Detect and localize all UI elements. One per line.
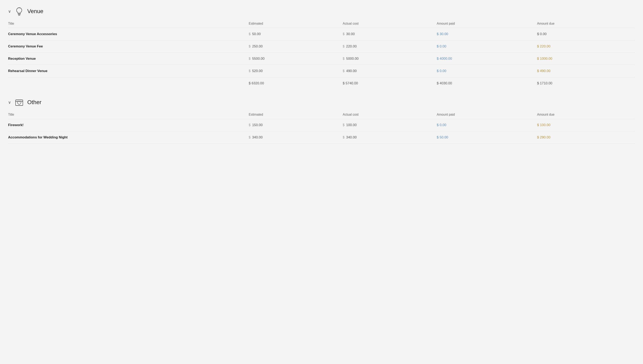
- dollar-sign-icon: $: [249, 32, 251, 36]
- table-row: Reception Venue $ 5500.00 $ 5000.00 $ 40…: [8, 53, 635, 65]
- dollar-sign-icon: $: [249, 123, 251, 127]
- other-col-title: Title: [8, 111, 246, 119]
- row-due: $ 290.00: [535, 131, 635, 144]
- venue-col-estimated: Estimated: [246, 20, 340, 28]
- dollar-sign-icon: $: [249, 57, 251, 60]
- dollar-sign-icon: $: [343, 123, 345, 127]
- dollar-sign-icon: $: [343, 32, 345, 36]
- other-section-header: ∨ Other: [8, 98, 635, 107]
- actual-value: 30.00: [346, 32, 355, 36]
- venue-col-due: Amount due: [535, 20, 635, 28]
- row-estimated: $ 250.00: [246, 40, 340, 53]
- other-col-estimated: Estimated: [246, 111, 340, 119]
- venue-col-paid: Amount paid: [434, 20, 534, 28]
- row-paid: $ 0.00: [434, 65, 534, 77]
- row-actual: $ 5000.00: [340, 53, 434, 65]
- table-row: Rehearsal Dinner Venue $ 520.00 $ 490.00…: [8, 65, 635, 77]
- paid-value: $ 0.00: [437, 69, 446, 73]
- venue-total-actual: $ 5740.00: [340, 77, 434, 90]
- row-due: $ 100.00: [535, 119, 635, 131]
- paid-value: $ 0.00: [437, 44, 446, 48]
- row-paid: $ 0.00: [434, 40, 534, 53]
- row-estimated: $ 5500.00: [246, 53, 340, 65]
- due-value: $ 290.00: [537, 136, 550, 139]
- row-due: $ 490.00: [535, 65, 635, 77]
- dollar-sign-icon: $: [249, 69, 251, 73]
- actual-value: 490.00: [346, 69, 357, 73]
- venue-icon: [14, 6, 24, 16]
- row-paid: $ 0.00: [434, 119, 534, 131]
- svg-point-6: [17, 100, 17, 100]
- table-row: Firework! $ 150.00 $ 100.00 $ 0.00 $ 100…: [8, 119, 635, 131]
- other-col-due: Amount due: [535, 111, 635, 119]
- other-col-actual: Actual cost: [340, 111, 434, 119]
- estimated-value: 150.00: [252, 123, 263, 127]
- other-chevron[interactable]: ∨: [8, 100, 11, 105]
- estimated-value: 340.00: [252, 136, 263, 140]
- dollar-sign-icon: $: [343, 69, 345, 73]
- svg-point-10: [21, 100, 21, 100]
- svg-point-9: [20, 100, 20, 100]
- paid-value: $ 0.00: [437, 123, 446, 127]
- row-due: $ 1000.00: [535, 53, 635, 65]
- row-title: Accommodations for Wedding Night: [8, 131, 246, 144]
- row-estimated: $ 150.00: [246, 119, 340, 131]
- venue-col-title: Title: [8, 20, 246, 28]
- row-paid: $ 4000.00: [434, 53, 534, 65]
- row-actual: $ 220.00: [340, 40, 434, 53]
- row-estimated: $ 50.00: [246, 28, 340, 40]
- venue-section: ∨ Venue Title Estimated Actual cost Amou…: [8, 6, 635, 90]
- paid-value: $ 30.00: [437, 32, 448, 36]
- other-col-paid: Amount paid: [434, 111, 534, 119]
- row-actual: $ 30.00: [340, 28, 434, 40]
- venue-table: Title Estimated Actual cost Amount paid …: [8, 20, 635, 90]
- dollar-sign-icon: $: [343, 136, 345, 139]
- dollar-sign-icon: $: [249, 136, 251, 139]
- dollar-sign-icon: $: [249, 44, 251, 48]
- venue-section-header: ∨ Venue: [8, 6, 635, 16]
- row-paid: $ 50.00: [434, 131, 534, 144]
- table-row: Ceremony Venue Accessories $ 50.00 $ 30.…: [8, 28, 635, 40]
- row-title: Firework!: [8, 119, 246, 131]
- actual-value: 220.00: [346, 44, 357, 48]
- due-value: $ 220.00: [537, 44, 550, 48]
- paid-value: $ 4000.00: [437, 57, 452, 60]
- estimated-value: 5500.00: [252, 57, 265, 61]
- actual-value: 100.00: [346, 123, 357, 127]
- svg-point-8: [19, 100, 19, 100]
- svg-point-7: [18, 100, 18, 100]
- venue-chevron[interactable]: ∨: [8, 9, 11, 14]
- estimated-value: 50.00: [252, 32, 261, 36]
- row-title: Rehearsal Dinner Venue: [8, 65, 246, 77]
- row-title: Reception Venue: [8, 53, 246, 65]
- paid-value: $ 50.00: [437, 136, 448, 139]
- dollar-sign-icon: $: [343, 57, 345, 60]
- venue-title: Venue: [27, 8, 43, 14]
- other-icon: [14, 98, 24, 107]
- row-title: Ceremony Venue Fee: [8, 40, 246, 53]
- due-value: $ 0.00: [537, 32, 547, 36]
- estimated-value: 520.00: [252, 69, 263, 73]
- row-actual: $ 490.00: [340, 65, 434, 77]
- other-table: Title Estimated Actual cost Amount paid …: [8, 111, 635, 144]
- due-value: $ 1000.00: [537, 57, 552, 60]
- row-due: $ 0.00: [535, 28, 635, 40]
- due-value: $ 490.00: [537, 69, 550, 73]
- row-title: Ceremony Venue Accessories: [8, 28, 246, 40]
- table-row: Ceremony Venue Fee $ 250.00 $ 220.00 $ 0…: [8, 40, 635, 53]
- table-row: Accommodations for Wedding Night $ 340.0…: [8, 131, 635, 144]
- venue-total-label: [8, 77, 246, 90]
- actual-value: 5000.00: [346, 57, 358, 61]
- svg-point-11: [22, 100, 22, 100]
- venue-col-actual: Actual cost: [340, 20, 434, 28]
- other-section: ∨ Other Title Estimated: [8, 98, 635, 144]
- row-actual: $ 100.00: [340, 119, 434, 131]
- estimated-value: 250.00: [252, 44, 263, 48]
- actual-value: 340.00: [346, 136, 357, 140]
- due-value: $ 100.00: [537, 123, 550, 127]
- other-title: Other: [27, 99, 42, 106]
- venue-total-estimated: $ 6320.00: [246, 77, 340, 90]
- row-actual: $ 340.00: [340, 131, 434, 144]
- row-estimated: $ 520.00: [246, 65, 340, 77]
- row-paid: $ 30.00: [434, 28, 534, 40]
